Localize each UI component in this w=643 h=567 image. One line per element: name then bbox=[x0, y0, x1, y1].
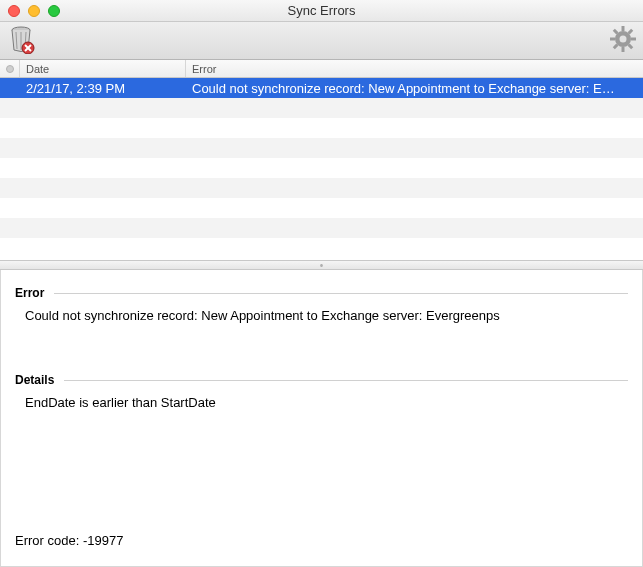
svg-rect-11 bbox=[631, 38, 636, 41]
row-date: 2/21/17, 2:39 PM bbox=[20, 81, 186, 96]
column-error[interactable]: Error bbox=[186, 60, 643, 77]
table-row-empty bbox=[0, 238, 643, 258]
details-text: EndDate is earlier than StartDate bbox=[15, 395, 628, 410]
svg-rect-10 bbox=[610, 38, 615, 41]
zoom-window-button[interactable] bbox=[48, 5, 60, 17]
row-error: Could not synchronize record: New Appoin… bbox=[186, 81, 643, 96]
window-title: Sync Errors bbox=[0, 3, 643, 18]
divider bbox=[64, 380, 628, 381]
table-row-empty bbox=[0, 178, 643, 198]
details-section-label: Details bbox=[15, 373, 628, 387]
table-row-empty bbox=[0, 158, 643, 178]
error-code-label: Error code: bbox=[15, 533, 79, 548]
indicator-icon bbox=[6, 65, 14, 73]
trash-icon bbox=[6, 24, 36, 54]
error-code-value: -19977 bbox=[83, 533, 123, 548]
table-row-empty bbox=[0, 218, 643, 238]
table-row-empty bbox=[0, 98, 643, 118]
window-controls bbox=[0, 5, 60, 17]
minimize-window-button[interactable] bbox=[28, 5, 40, 17]
divider bbox=[54, 293, 628, 294]
pane-splitter[interactable]: • bbox=[0, 260, 643, 270]
column-indicator[interactable] bbox=[0, 60, 20, 77]
delete-button[interactable] bbox=[6, 24, 36, 57]
column-date[interactable]: Date bbox=[20, 60, 186, 77]
close-window-button[interactable] bbox=[8, 5, 20, 17]
table-row-empty bbox=[0, 138, 643, 158]
settings-button[interactable] bbox=[609, 25, 637, 56]
svg-rect-9 bbox=[622, 47, 625, 52]
gear-icon bbox=[609, 25, 637, 53]
table-row-empty bbox=[0, 118, 643, 138]
toolbar bbox=[0, 22, 643, 60]
detail-pane: Error Could not synchronize record: New … bbox=[0, 270, 643, 567]
grip-icon: • bbox=[320, 260, 324, 271]
titlebar: Sync Errors bbox=[0, 0, 643, 22]
table-row[interactable]: 2/21/17, 2:39 PM Could not synchronize r… bbox=[0, 78, 643, 98]
svg-point-16 bbox=[620, 36, 627, 43]
table-header: Date Error bbox=[0, 60, 643, 78]
error-code: Error code: -19977 bbox=[15, 533, 123, 548]
details-label-text: Details bbox=[15, 373, 54, 387]
error-list[interactable]: 2/21/17, 2:39 PM Could not synchronize r… bbox=[0, 78, 643, 260]
error-text: Could not synchronize record: New Appoin… bbox=[15, 308, 628, 323]
svg-rect-8 bbox=[622, 26, 625, 31]
table-row-empty bbox=[0, 198, 643, 218]
error-label-text: Error bbox=[15, 286, 44, 300]
error-section-label: Error bbox=[15, 286, 628, 300]
